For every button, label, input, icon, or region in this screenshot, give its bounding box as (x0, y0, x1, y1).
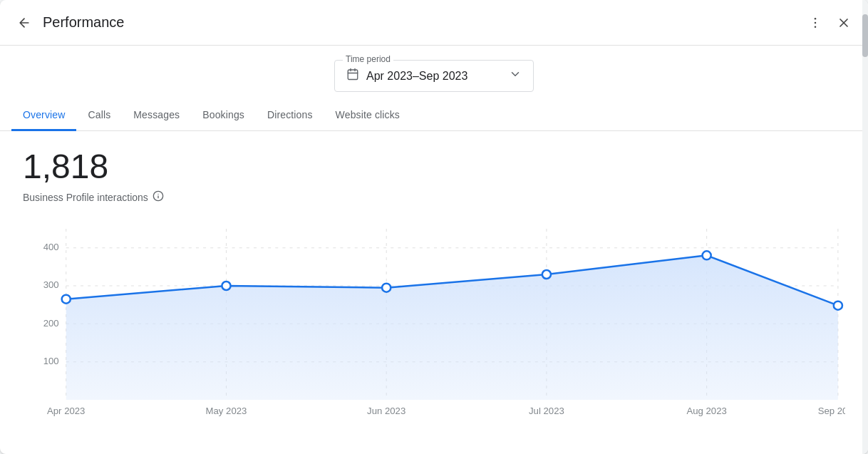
line-chart: 400 300 200 100 Apr 2023 May 2023 (23, 222, 845, 421)
svg-point-2 (815, 26, 817, 28)
close-button[interactable] (831, 10, 857, 36)
metric-value: 1,818 (23, 148, 845, 186)
header-actions (802, 10, 857, 36)
svg-text:May 2023: May 2023 (206, 406, 247, 416)
svg-point-1 (815, 21, 817, 24)
tab-messages[interactable]: Messages (122, 100, 191, 131)
data-point-may[interactable] (222, 282, 230, 290)
svg-text:100: 100 (43, 356, 59, 366)
back-button[interactable] (11, 10, 37, 36)
time-period-wrapper: Time period Apr 2023–Sep 2023 (334, 60, 534, 92)
info-icon[interactable] (153, 190, 164, 205)
time-period-value: Apr 2023–Sep 2023 (366, 70, 502, 83)
header: Performance (0, 0, 868, 46)
data-point-sep[interactable] (834, 301, 842, 309)
data-point-jul[interactable] (542, 270, 551, 279)
chart-fill-area (66, 255, 838, 400)
tab-bookings[interactable]: Bookings (191, 100, 256, 131)
svg-text:400: 400 (43, 242, 59, 252)
dropdown-icon (509, 68, 522, 84)
tab-website-clicks[interactable]: Website clicks (324, 100, 411, 131)
time-period-section: Time period Apr 2023–Sep 2023 (0, 46, 868, 100)
svg-rect-5 (348, 70, 358, 80)
data-point-jun[interactable] (382, 283, 391, 292)
calendar-icon (346, 68, 359, 84)
scrollbar-thumb[interactable] (862, 14, 868, 57)
tabs-bar: Overview Calls Messages Bookings Directi… (0, 100, 868, 131)
metric-label-row: Business Profile interactions (23, 190, 845, 205)
page-title: Performance (43, 14, 802, 31)
main-content: 1,818 Business Profile interactions (0, 131, 868, 454)
time-period-label: Time period (343, 54, 393, 64)
performance-panel: Performance Time period (0, 0, 868, 454)
svg-text:Aug 2023: Aug 2023 (686, 406, 726, 416)
svg-text:200: 200 (43, 318, 59, 329)
time-period-selector[interactable]: Apr 2023–Sep 2023 (334, 60, 534, 92)
tab-directions[interactable]: Directions (256, 100, 324, 131)
tab-overview[interactable]: Overview (11, 100, 76, 131)
svg-point-0 (815, 17, 817, 19)
svg-text:Jun 2023: Jun 2023 (367, 406, 405, 416)
metric-label-text: Business Profile interactions (23, 192, 148, 203)
more-options-button[interactable] (802, 10, 828, 36)
svg-text:Jul 2023: Jul 2023 (529, 406, 564, 416)
scrollbar[interactable] (862, 0, 868, 454)
data-point-apr[interactable] (62, 294, 71, 303)
chart-container: 400 300 200 100 Apr 2023 May 2023 (23, 222, 845, 421)
tab-calls[interactable]: Calls (76, 100, 122, 131)
svg-text:300: 300 (43, 279, 59, 290)
svg-text:Apr 2023: Apr 2023 (47, 406, 85, 416)
data-point-aug[interactable] (703, 251, 711, 259)
svg-text:Sep 2023: Sep 2023 (818, 406, 845, 416)
